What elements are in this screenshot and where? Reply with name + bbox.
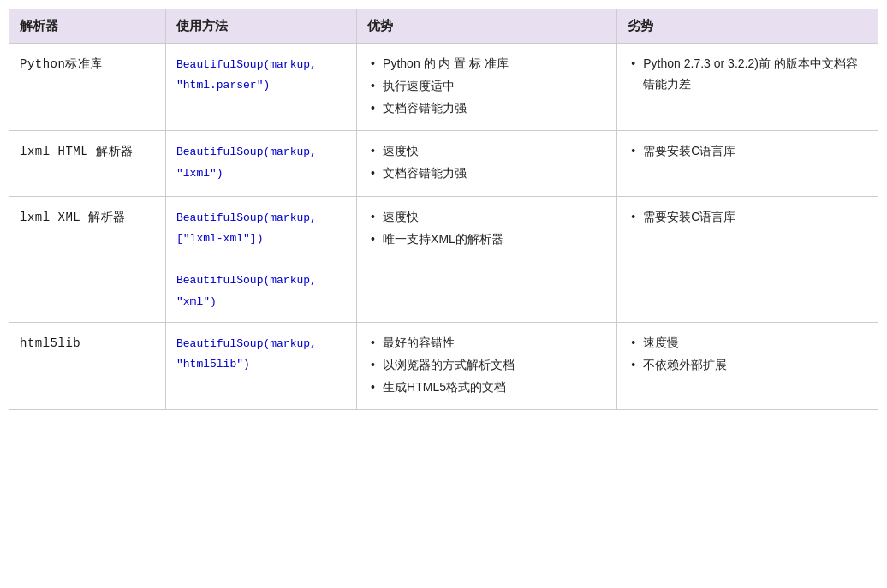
cons-item: 速度慢 bbox=[628, 333, 867, 353]
cell-pros: Python 的 内 置 标 准库执行速度适中文档容错能力强 bbox=[357, 44, 617, 131]
cell-pros: 速度快文档容错能力强 bbox=[357, 131, 617, 197]
header-usage: 使用方法 bbox=[166, 9, 357, 44]
cons-item: 需要安装C语言库 bbox=[628, 141, 867, 162]
pros-item: 文档容错能力强 bbox=[367, 98, 606, 119]
parser-comparison-table: 解析器 使用方法 优势 劣势 Python标准库BeautifulSoup(ma… bbox=[9, 9, 878, 409]
table-row: Python标准库BeautifulSoup(markup, "html.par… bbox=[9, 44, 878, 131]
cell-cons: 需要安装C语言库 bbox=[617, 131, 878, 197]
cell-cons: Python 2.7.3 or 3.2.2)前 的版本中文档容错能力差 bbox=[617, 44, 878, 131]
cell-pros: 最好的容错性以浏览器的方式解析文档生成HTML5格式的文档 bbox=[357, 322, 617, 409]
cell-usage: BeautifulSoup(markup, "lxml") bbox=[166, 131, 357, 197]
cell-parser-name: Python标准库 bbox=[9, 44, 166, 131]
header-pros: 优势 bbox=[357, 9, 617, 44]
cons-item: 需要安装C语言库 bbox=[628, 207, 867, 228]
table-header-row: 解析器 使用方法 优势 劣势 bbox=[9, 9, 878, 44]
cons-item: Python 2.7.3 or 3.2.2)前 的版本中文档容错能力差 bbox=[628, 54, 867, 95]
pros-item: 速度快 bbox=[367, 207, 606, 228]
cell-usage: BeautifulSoup(markup, "html5lib") bbox=[166, 322, 357, 409]
cell-cons: 需要安装C语言库 bbox=[617, 196, 878, 322]
cell-usage: BeautifulSoup(markup, "html.parser") bbox=[166, 44, 357, 131]
header-parser: 解析器 bbox=[9, 9, 166, 44]
pros-item: 最好的容错性 bbox=[367, 333, 606, 353]
cell-cons: 速度慢不依赖外部扩展 bbox=[617, 322, 878, 409]
pros-item: Python 的 内 置 标 准库 bbox=[367, 54, 606, 74]
cell-parser-name: html5lib bbox=[9, 322, 166, 409]
pros-item: 文档容错能力强 bbox=[367, 163, 606, 184]
pros-item: 唯一支持XML的解析器 bbox=[367, 229, 606, 250]
cell-parser-name: lxml HTML 解析器 bbox=[9, 131, 166, 197]
main-table-wrapper: 解析器 使用方法 优势 劣势 Python标准库BeautifulSoup(ma… bbox=[9, 9, 878, 410]
pros-item: 以浏览器的方式解析文档 bbox=[367, 355, 606, 376]
cons-item: 不依赖外部扩展 bbox=[628, 355, 867, 376]
pros-item: 速度快 bbox=[367, 141, 606, 162]
pros-item: 生成HTML5格式的文档 bbox=[367, 377, 606, 398]
cell-pros: 速度快唯一支持XML的解析器 bbox=[357, 196, 617, 322]
pros-item: 执行速度适中 bbox=[367, 76, 606, 97]
table-row: html5libBeautifulSoup(markup, "html5lib"… bbox=[9, 322, 878, 409]
table-row: lxml HTML 解析器BeautifulSoup(markup, "lxml… bbox=[9, 131, 878, 197]
header-cons: 劣势 bbox=[617, 9, 878, 44]
cell-parser-name: lxml XML 解析器 bbox=[9, 196, 166, 322]
table-row: lxml XML 解析器BeautifulSoup(markup, ["lxml… bbox=[9, 196, 878, 322]
cell-usage: BeautifulSoup(markup, ["lxml-xml"]) Beau… bbox=[166, 196, 357, 322]
